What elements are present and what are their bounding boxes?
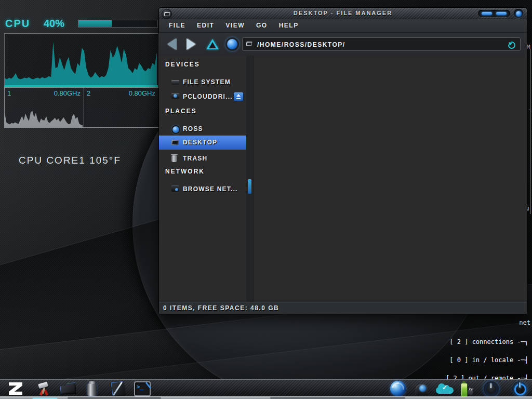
net-connections-line: [ 2 ] connections -─┐ xyxy=(433,339,528,345)
core-2-number: 2 xyxy=(87,89,90,97)
cpu-history-graph xyxy=(4,33,158,87)
sidebar-scrollbar-thumb[interactable] xyxy=(248,179,251,194)
dock-item-power-button[interactable] xyxy=(510,381,529,396)
sidebar-item-desktop[interactable]: Desktop xyxy=(159,136,246,150)
cpu-usage-bar xyxy=(78,20,158,28)
dock-item-pcloud-sync[interactable]: ✓ xyxy=(435,381,454,396)
notepad-pen-icon xyxy=(111,381,125,396)
back-button[interactable] xyxy=(165,37,179,51)
dock-item-text-editor[interactable] xyxy=(109,381,127,396)
trash-icon xyxy=(171,155,177,162)
home-orb-icon xyxy=(225,37,239,51)
refresh-icon[interactable] xyxy=(508,42,515,49)
menu-item-help[interactable]: Help xyxy=(274,19,303,32)
folder-icon xyxy=(60,382,76,395)
menu-item-go[interactable]: Go xyxy=(251,19,272,32)
dock-item-volume-knob[interactable] xyxy=(482,381,500,396)
eject-button[interactable] xyxy=(233,92,244,101)
path-bar[interactable]: /home/ross/Desktop/ xyxy=(242,37,521,51)
toolbar: /home/ross/Desktop/ xyxy=(159,33,527,56)
cpu-usage-bar-fill xyxy=(78,20,112,27)
sidebar-item-file-system[interactable]: File System xyxy=(159,75,246,89)
sidebar-item-browse-network[interactable]: Browse Net... xyxy=(159,182,246,196)
cpu-usage-percent: 40% xyxy=(44,18,64,30)
dock-item-storage-canister[interactable] xyxy=(83,381,101,396)
sidebar-header-places: Places xyxy=(165,108,197,115)
dock-item-battery-power[interactable] xyxy=(457,381,476,396)
desktop: CPU 40% 1 0.80GHz 2 0.80GHz CPU Core1 10… xyxy=(0,0,532,399)
battery-plug-icon xyxy=(460,381,473,396)
close-button[interactable] xyxy=(514,9,523,18)
window-titlebar[interactable]: Desktop - File Manager xyxy=(159,8,527,20)
close-orb-icon xyxy=(516,11,522,17)
core-1-number: 1 xyxy=(7,89,11,97)
sidebar: Devices File System pCloudDri... Places … xyxy=(159,56,247,302)
cpu-core-1-panel: 1 0.80GHz xyxy=(4,87,84,128)
helmet-icon xyxy=(416,382,428,395)
minimize-button[interactable] xyxy=(482,12,492,15)
file-view[interactable] xyxy=(254,56,527,302)
file-manager-window: Desktop - File Manager File Edit View Go… xyxy=(158,7,527,314)
globe-icon xyxy=(390,381,406,396)
home-button[interactable] xyxy=(225,37,239,51)
dock-item-terminal[interactable]: >_ xyxy=(133,381,152,396)
core-2-frequency: 0.80GHz xyxy=(129,89,155,97)
power-icon xyxy=(512,381,527,396)
statusbar: 0 items, Free space: 48.0 GB xyxy=(159,302,527,314)
back-arrow-icon xyxy=(168,38,177,50)
edge-artifact-line xyxy=(530,49,530,214)
network-icon xyxy=(171,185,179,192)
menubar: File Edit View Go Help xyxy=(159,19,527,33)
canister-icon xyxy=(87,381,97,396)
sidebar-item-pclouddrive[interactable]: pCloudDri... xyxy=(159,90,246,103)
dock-item-user-helmet[interactable] xyxy=(413,381,431,396)
window-title: Desktop - File Manager xyxy=(159,10,527,16)
dock-item-file-manager[interactable] xyxy=(59,381,77,396)
sidebar-header-network: Network xyxy=(165,168,205,175)
menu-item-file[interactable]: File xyxy=(164,19,190,32)
pcloud-drive-icon xyxy=(171,93,179,99)
net-title: net xyxy=(519,319,530,326)
cloud-check-icon: ✓ xyxy=(436,382,454,395)
net-in-line: [ 0 ] in / locale -─┤ xyxy=(433,357,528,364)
maximize-button[interactable] xyxy=(496,12,507,15)
forward-button[interactable] xyxy=(184,37,197,51)
dock-item-archive-tool[interactable] xyxy=(34,381,53,396)
dock-item-zorin-menu[interactable] xyxy=(6,381,25,396)
path-text: /home/ross/Desktop/ xyxy=(257,41,345,48)
sidebar-item-trash[interactable]: Trash xyxy=(159,152,246,165)
core-1-frequency: 0.80GHz xyxy=(54,89,81,97)
taskbar: >_ ✓ xyxy=(0,379,532,399)
location-icon xyxy=(246,42,252,46)
window-controls xyxy=(478,10,510,17)
up-arrow-icon xyxy=(206,39,219,49)
menu-item-edit[interactable]: Edit xyxy=(192,19,219,32)
forward-arrow-icon xyxy=(187,38,195,50)
terminal-icon: >_ xyxy=(134,381,151,396)
up-button[interactable] xyxy=(206,37,219,51)
zorin-menu-icon xyxy=(9,382,22,395)
status-text: 0 items, Free space: 48.0 GB xyxy=(163,304,279,312)
sidebar-header-devices: Devices xyxy=(165,61,200,68)
edge-artifact-glyph: - xyxy=(528,106,531,113)
taskbar-bottom-strip xyxy=(0,396,532,399)
knob-icon xyxy=(484,381,499,396)
dock-item-web-browser[interactable] xyxy=(389,381,407,396)
cpu-temperature-label: CPU Core1 105°F xyxy=(19,155,121,166)
home-orb-icon xyxy=(171,125,180,134)
desktop-icon xyxy=(171,140,179,145)
cpu-label: CPU xyxy=(5,18,30,30)
sidebar-item-ross[interactable]: ross xyxy=(159,122,246,136)
drive-icon xyxy=(171,80,179,85)
menu-item-view[interactable]: View xyxy=(221,19,249,32)
cpu-core-2-panel: 2 0.80GHz xyxy=(84,87,158,128)
window-content: Devices File System pCloudDri... Places … xyxy=(159,56,527,302)
sidebar-scrollbar[interactable] xyxy=(246,56,254,302)
hammer-seal-icon xyxy=(36,381,51,396)
